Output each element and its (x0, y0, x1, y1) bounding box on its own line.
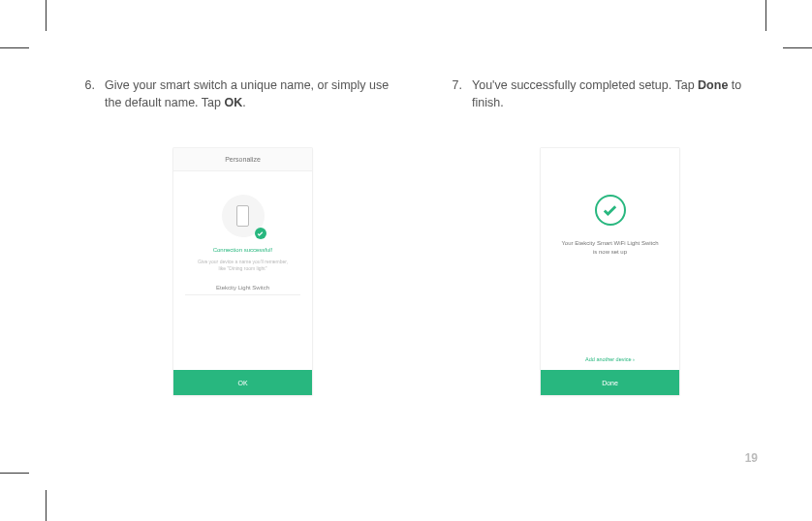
step-text-bold: OK (224, 96, 242, 109)
crop-mark (46, 0, 47, 31)
screen-body: Connection successful! Give your device … (173, 171, 312, 370)
step-7: 7. You've successfully completed setup. … (445, 77, 775, 111)
check-badge-icon (255, 228, 266, 239)
switch-icon (236, 205, 249, 227)
crop-mark (0, 47, 29, 48)
ok-button[interactable]: OK (173, 370, 312, 395)
success-line-1: Your Etekcity Smart WiFi Light Switch (561, 240, 658, 246)
success-screen: Your Etekcity Smart WiFi Light Switch is… (541, 148, 679, 395)
step-7-column: 7. You've successfully completed setup. … (445, 77, 775, 395)
device-name-input[interactable]: Etekcity Light Switch (185, 285, 300, 295)
step-text-c: . (242, 96, 245, 109)
step-number: 7. (445, 77, 462, 111)
hint-text: Give your device a name you'll remember,… (198, 259, 288, 271)
step-6: 6. Give your smart switch a unique name,… (78, 77, 408, 111)
hint-line-1: Give your device a name you'll remember, (198, 259, 288, 264)
crop-mark (0, 473, 29, 474)
step-number: 6. (78, 77, 95, 111)
add-another-device-link[interactable]: Add another device › (585, 356, 635, 362)
personalize-screen: Personalize Connection successful! Give … (173, 148, 312, 395)
screen-body: Your Etekcity Smart WiFi Light Switch is… (541, 148, 679, 370)
success-line-2: is now set up (593, 249, 627, 255)
device-illustration (222, 195, 265, 237)
crop-mark (46, 490, 47, 521)
step-text-bold: Done (698, 78, 728, 92)
step-text-a: You've successfully completed setup. Tap (472, 78, 698, 92)
step-text-a: Give your smart switch a unique name, or… (105, 78, 389, 109)
success-check-icon (595, 195, 626, 226)
connection-status: Connection successful! (213, 247, 273, 253)
page-number: 19 (745, 451, 758, 465)
step-text: You've successfully completed setup. Tap… (472, 77, 775, 111)
hint-line-2: like "Dining room light" (219, 265, 267, 271)
step-text: Give your smart switch a unique name, or… (105, 77, 408, 111)
step-6-column: 6. Give your smart switch a unique name,… (78, 77, 408, 395)
screen-header: Personalize (173, 148, 312, 171)
crop-mark (765, 0, 766, 31)
page-content: 6. Give your smart switch a unique name,… (78, 77, 775, 395)
success-message: Your Etekcity Smart WiFi Light Switch is… (561, 239, 658, 257)
done-button[interactable]: Done (541, 370, 679, 395)
crop-mark (783, 47, 812, 48)
